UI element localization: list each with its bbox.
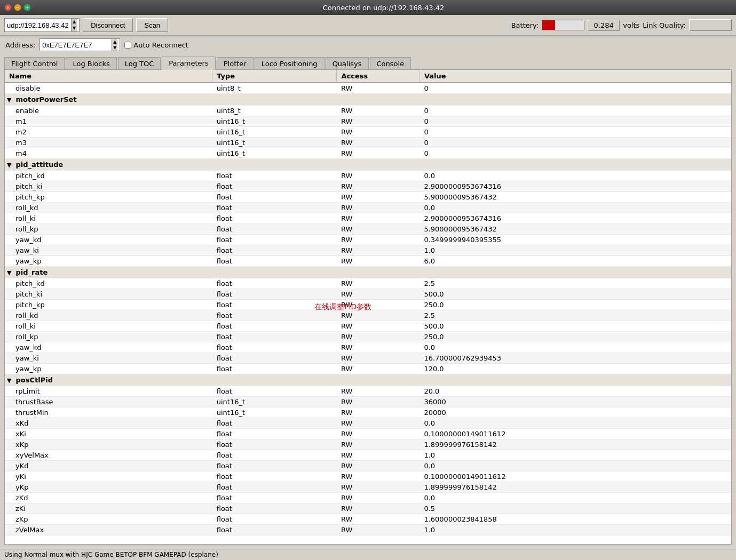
group-row[interactable]: ▼ posCtlPid <box>5 374 731 386</box>
scan-button[interactable]: Scan <box>136 18 168 32</box>
param-name: zKi <box>5 503 212 514</box>
param-name: roll_kd <box>5 310 212 321</box>
col-header-name: Name <box>5 70 212 83</box>
param-type: float <box>212 192 337 203</box>
param-access: RW <box>337 278 420 289</box>
window-title: Connected on udp://192.168.43.42 <box>35 4 732 12</box>
table-row: pitch_kdfloatRW0.0 <box>5 171 731 181</box>
param-type: float <box>212 245 337 256</box>
table-row: yaw_kdfloatRW0.3499999940395355 <box>5 235 731 245</box>
param-name: roll_ki <box>5 321 212 332</box>
group-toggle-icon[interactable]: ▼ <box>7 162 13 169</box>
param-type: float <box>212 514 337 525</box>
param-access: RW <box>337 364 420 374</box>
param-type: float <box>212 289 337 300</box>
param-value: 2.5 <box>420 310 731 321</box>
param-type: float <box>212 386 337 397</box>
tab-loco-positioning[interactable]: Loco Positioning <box>255 57 325 70</box>
minimize-icon: − <box>15 5 20 10</box>
tab-flight-control[interactable]: Flight Control <box>4 57 65 70</box>
table-row: m2uint16_tRW0 <box>5 127 731 138</box>
table-row: yaw_kifloatRW1.0 <box>5 245 731 256</box>
param-value: 0 <box>420 116 731 127</box>
param-name: pitch_ki <box>5 181 212 192</box>
connection-address-wrap: ▲ ▼ <box>4 18 80 32</box>
group-toggle-icon[interactable]: ▼ <box>7 269 13 276</box>
maximize-button[interactable]: + <box>23 4 31 11</box>
disconnect-button[interactable]: Disconnect <box>83 18 133 32</box>
tab-console[interactable]: Console <box>370 57 411 70</box>
param-value: 0.5 <box>420 503 731 514</box>
spinner-up-icon[interactable]: ▲ <box>72 19 77 25</box>
param-name: xKp <box>5 439 212 450</box>
param-access: RW <box>337 332 420 342</box>
param-value: 2.9000000953674316 <box>420 181 731 192</box>
param-value: 0.0 <box>420 461 731 471</box>
tab-log-toc[interactable]: Log TOC <box>118 57 161 70</box>
param-access: RW <box>337 429 420 439</box>
tab-log-blocks[interactable]: Log Blocks <box>66 57 116 70</box>
parameters-table-container[interactable]: Name Type Access Value disableuint8_tRW0… <box>4 69 732 545</box>
window-controls: × − + <box>4 4 31 11</box>
param-type: float <box>212 439 337 450</box>
group-row[interactable]: ▼ pid_attitude <box>5 159 731 171</box>
table-row: roll_kpfloatRW5.900000095367432 <box>5 224 731 235</box>
param-type: uint8_t <box>212 83 337 94</box>
param-name: pitch_kd <box>5 171 212 181</box>
minimize-button[interactable]: − <box>14 4 21 11</box>
param-value: 20.0 <box>420 386 731 397</box>
param-type: uint16_t <box>212 138 337 148</box>
table-row: pitch_kifloatRW2.9000000953674316 <box>5 181 731 192</box>
table-body: disableuint8_tRW0▼ motorPowerSetenableui… <box>5 83 731 535</box>
param-name: pitch_kp <box>5 192 212 203</box>
group-row[interactable]: ▼ motorPowerSet <box>5 94 731 106</box>
connection-address-input[interactable] <box>7 21 71 29</box>
param-value: 0.3499999940395355 <box>420 235 731 245</box>
param-name: zVelMax <box>5 525 212 535</box>
address-spinner[interactable]: ▲ ▼ <box>71 19 77 31</box>
param-name: disable <box>5 83 212 94</box>
param-name: rpLimit <box>5 386 212 397</box>
close-button[interactable]: × <box>4 4 12 11</box>
param-name: m2 <box>5 127 212 138</box>
param-name: pitch_kd <box>5 278 212 289</box>
tab-parameters[interactable]: Parameters <box>162 57 215 70</box>
param-value: 0.0 <box>420 203 731 213</box>
param-type: float <box>212 213 337 224</box>
param-name: pitch_ki <box>5 289 212 300</box>
addr-spinner-up-icon[interactable]: ▲ <box>112 39 117 45</box>
table-row: yKifloatRW0.10000000149011612 <box>5 471 731 482</box>
spinner-down-icon[interactable]: ▼ <box>72 25 77 31</box>
param-type: float <box>212 418 337 429</box>
param-value: 2.9000000953674316 <box>420 213 731 224</box>
address-input[interactable] <box>42 41 112 49</box>
table-row: yaw_kpfloatRW6.0 <box>5 256 731 267</box>
table-row: zKpfloatRW1.600000023841858 <box>5 514 731 525</box>
table-row: yKdfloatRW0.0 <box>5 461 731 471</box>
param-access: RW <box>337 461 420 471</box>
param-name: roll_kp <box>5 332 212 342</box>
table-row: roll_kdfloatRW0.0 <box>5 203 731 213</box>
param-value: 1.0 <box>420 450 731 461</box>
param-name: yaw_ki <box>5 245 212 256</box>
param-name: roll_ki <box>5 213 212 224</box>
group-toggle-icon[interactable]: ▼ <box>7 97 13 103</box>
param-value: 1.600000023841858 <box>420 514 731 525</box>
tab-qualisys[interactable]: Qualisys <box>326 57 369 70</box>
param-name: zKd <box>5 493 212 503</box>
table-row: m4uint16_tRW0 <box>5 148 731 159</box>
address-spinner[interactable]: ▲ ▼ <box>112 39 117 51</box>
param-value: 5.900000095367432 <box>420 224 731 235</box>
param-type: float <box>212 493 337 503</box>
group-row[interactable]: ▼ pid_rate <box>5 267 731 278</box>
param-access: RW <box>337 482 420 493</box>
address-bar: Address: ▲ ▼ Auto Reconnect <box>0 36 736 54</box>
param-name: yaw_kd <box>5 342 212 353</box>
param-access: RW <box>337 397 420 407</box>
param-access: RW <box>337 439 420 450</box>
battery-bar <box>542 20 584 30</box>
group-toggle-icon[interactable]: ▼ <box>7 377 13 384</box>
tab-plotter[interactable]: Plotter <box>217 57 254 70</box>
auto-reconnect-checkbox[interactable] <box>124 42 131 49</box>
addr-spinner-down-icon[interactable]: ▼ <box>112 45 117 51</box>
